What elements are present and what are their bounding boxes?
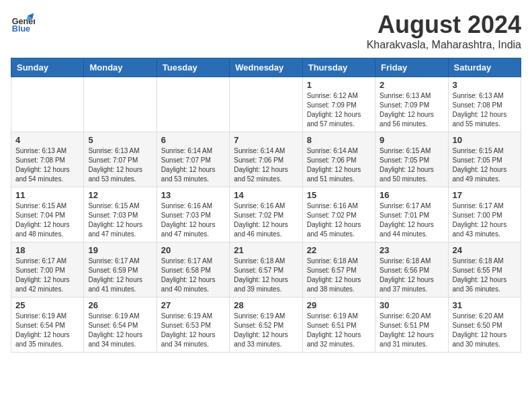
day-info: Sunrise: 6:15 AM Sunset: 7:05 PM Dayligh… [453,146,517,184]
page-title: August 2024 [367,11,521,39]
calendar-day-header: Thursday [302,58,375,77]
day-info: Sunrise: 6:18 AM Sunset: 6:56 PM Dayligh… [380,257,443,294]
day-number: 5 [88,135,152,145]
calendar-cell: 4Sunrise: 6:13 AM Sunset: 7:08 PM Daylig… [11,132,84,187]
day-info: Sunrise: 6:17 AM Sunset: 6:58 PM Dayligh… [161,257,225,294]
calendar-cell: 15Sunrise: 6:16 AM Sunset: 7:02 PM Dayli… [302,187,375,242]
day-number: 27 [161,300,225,310]
calendar-cell: 27Sunrise: 6:19 AM Sunset: 6:53 PM Dayli… [157,298,229,353]
day-number: 18 [15,245,79,255]
day-number: 17 [453,190,517,200]
day-info: Sunrise: 6:13 AM Sunset: 7:08 PM Dayligh… [453,91,517,129]
calendar-cell: 5Sunrise: 6:13 AM Sunset: 7:07 PM Daylig… [84,132,157,187]
day-info: Sunrise: 6:15 AM Sunset: 7:03 PM Dayligh… [88,201,152,239]
day-number: 10 [453,135,517,145]
logo: General Blue [11,11,35,35]
day-number: 29 [307,300,371,310]
day-info: Sunrise: 6:12 AM Sunset: 7:09 PM Dayligh… [307,91,371,129]
day-info: Sunrise: 6:17 AM Sunset: 7:01 PM Dayligh… [380,201,443,239]
day-info: Sunrise: 6:18 AM Sunset: 6:55 PM Dayligh… [453,257,517,294]
day-info: Sunrise: 6:17 AM Sunset: 7:00 PM Dayligh… [15,257,79,294]
day-number: 16 [380,190,443,200]
calendar-cell: 23Sunrise: 6:18 AM Sunset: 6:56 PM Dayli… [375,242,448,298]
day-info: Sunrise: 6:13 AM Sunset: 7:07 PM Dayligh… [88,146,152,184]
day-number: 21 [234,245,298,255]
svg-text:Blue: Blue [12,24,30,34]
day-info: Sunrise: 6:19 AM Sunset: 6:54 PM Dayligh… [88,312,152,349]
calendar-cell: 22Sunrise: 6:18 AM Sunset: 6:57 PM Dayli… [302,242,375,298]
calendar-cell: 11Sunrise: 6:15 AM Sunset: 7:04 PM Dayli… [11,187,84,242]
calendar-cell: 25Sunrise: 6:19 AM Sunset: 6:54 PM Dayli… [11,298,84,353]
calendar-cell: 6Sunrise: 6:14 AM Sunset: 7:07 PM Daylig… [157,132,229,187]
day-info: Sunrise: 6:19 AM Sunset: 6:52 PM Dayligh… [234,312,298,349]
day-number: 12 [88,190,152,200]
day-info: Sunrise: 6:17 AM Sunset: 7:00 PM Dayligh… [453,201,517,239]
calendar-cell: 26Sunrise: 6:19 AM Sunset: 6:54 PM Dayli… [84,298,157,353]
page-subtitle: Kharakvasla, Maharashtra, India [367,39,521,51]
day-info: Sunrise: 6:16 AM Sunset: 7:02 PM Dayligh… [234,201,298,239]
day-info: Sunrise: 6:14 AM Sunset: 7:06 PM Dayligh… [307,146,371,184]
day-number: 23 [380,245,443,255]
page-header: General Blue August 2024 Kharakvasla, Ma… [11,11,521,51]
calendar-cell [230,77,302,132]
calendar-cell: 12Sunrise: 6:15 AM Sunset: 7:03 PM Dayli… [84,187,157,242]
calendar-day-header: Friday [375,58,448,77]
calendar-cell: 13Sunrise: 6:16 AM Sunset: 7:03 PM Dayli… [157,187,229,242]
day-number: 7 [234,135,298,145]
day-info: Sunrise: 6:19 AM Sunset: 6:53 PM Dayligh… [161,312,225,349]
day-info: Sunrise: 6:13 AM Sunset: 7:09 PM Dayligh… [380,91,443,129]
day-number: 19 [88,245,152,255]
day-number: 2 [380,80,443,90]
day-info: Sunrise: 6:20 AM Sunset: 6:51 PM Dayligh… [380,312,443,349]
day-info: Sunrise: 6:20 AM Sunset: 6:50 PM Dayligh… [453,312,517,349]
day-info: Sunrise: 6:16 AM Sunset: 7:03 PM Dayligh… [161,201,225,239]
calendar-table: SundayMondayTuesdayWednesdayThursdayFrid… [11,58,521,353]
calendar-day-header: Wednesday [230,58,302,77]
day-info: Sunrise: 6:18 AM Sunset: 6:57 PM Dayligh… [234,257,298,294]
day-number: 31 [453,300,517,310]
day-number: 11 [15,190,79,200]
calendar-day-header: Tuesday [157,58,229,77]
calendar-cell: 28Sunrise: 6:19 AM Sunset: 6:52 PM Dayli… [230,298,302,353]
calendar-week-row: 11Sunrise: 6:15 AM Sunset: 7:04 PM Dayli… [11,187,521,242]
day-info: Sunrise: 6:19 AM Sunset: 6:51 PM Dayligh… [307,312,371,349]
calendar-week-row: 4Sunrise: 6:13 AM Sunset: 7:08 PM Daylig… [11,132,521,187]
day-number: 6 [161,135,225,145]
day-info: Sunrise: 6:18 AM Sunset: 6:57 PM Dayligh… [307,257,371,294]
calendar-cell: 7Sunrise: 6:14 AM Sunset: 7:06 PM Daylig… [230,132,302,187]
calendar-cell: 16Sunrise: 6:17 AM Sunset: 7:01 PM Dayli… [375,187,448,242]
day-number: 14 [234,190,298,200]
day-number: 20 [161,245,225,255]
calendar-cell: 10Sunrise: 6:15 AM Sunset: 7:05 PM Dayli… [448,132,521,187]
calendar-cell [11,77,84,132]
day-number: 22 [307,245,371,255]
day-number: 30 [380,300,443,310]
calendar-cell: 20Sunrise: 6:17 AM Sunset: 6:58 PM Dayli… [157,242,229,298]
calendar-cell: 3Sunrise: 6:13 AM Sunset: 7:08 PM Daylig… [448,77,521,132]
day-info: Sunrise: 6:16 AM Sunset: 7:02 PM Dayligh… [307,201,371,239]
calendar-week-row: 25Sunrise: 6:19 AM Sunset: 6:54 PM Dayli… [11,298,521,353]
day-number: 28 [234,300,298,310]
calendar-cell: 21Sunrise: 6:18 AM Sunset: 6:57 PM Dayli… [230,242,302,298]
calendar-day-header: Sunday [11,58,84,77]
title-area: August 2024 Kharakvasla, Maharashtra, In… [367,11,521,51]
day-number: 3 [453,80,517,90]
day-number: 25 [15,300,79,310]
day-info: Sunrise: 6:14 AM Sunset: 7:06 PM Dayligh… [234,146,298,184]
day-number: 9 [380,135,443,145]
day-info: Sunrise: 6:14 AM Sunset: 7:07 PM Dayligh… [161,146,225,184]
day-info: Sunrise: 6:15 AM Sunset: 7:05 PM Dayligh… [380,146,443,184]
calendar-cell: 19Sunrise: 6:17 AM Sunset: 6:59 PM Dayli… [84,242,157,298]
calendar-cell: 30Sunrise: 6:20 AM Sunset: 6:51 PM Dayli… [375,298,448,353]
day-number: 13 [161,190,225,200]
calendar-cell: 18Sunrise: 6:17 AM Sunset: 7:00 PM Dayli… [11,242,84,298]
calendar-cell [157,77,229,132]
calendar-header-row: SundayMondayTuesdayWednesdayThursdayFrid… [11,58,521,77]
logo-icon: General Blue [11,11,35,35]
calendar-cell: 14Sunrise: 6:16 AM Sunset: 7:02 PM Dayli… [230,187,302,242]
calendar-cell: 17Sunrise: 6:17 AM Sunset: 7:00 PM Dayli… [448,187,521,242]
calendar-cell: 29Sunrise: 6:19 AM Sunset: 6:51 PM Dayli… [302,298,375,353]
calendar-cell: 1Sunrise: 6:12 AM Sunset: 7:09 PM Daylig… [302,77,375,132]
calendar-cell: 2Sunrise: 6:13 AM Sunset: 7:09 PM Daylig… [375,77,448,132]
day-number: 8 [307,135,371,145]
